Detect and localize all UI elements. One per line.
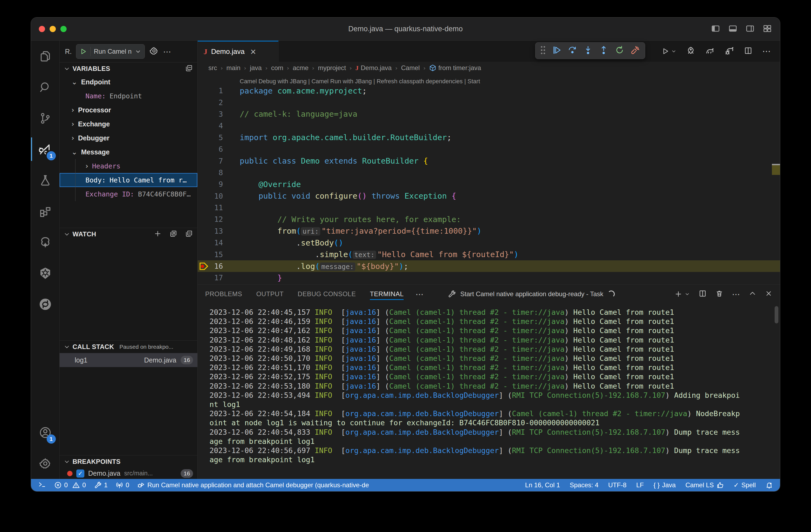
code-line[interactable]: 13 from(uri:"timer:java?period={{time:10… [198,225,780,237]
terminal-scrollbar[interactable] [775,306,778,324]
variables-tree-item[interactable]: Body:Hello Camel from r… [60,173,197,187]
debug-gear-icon[interactable] [149,46,159,57]
code-line[interactable]: 12 // Write your routes here, for exampl… [198,214,780,225]
line-number[interactable]: 4 [198,122,240,130]
breadcrumb-item[interactable]: Camel [401,64,420,72]
code-line[interactable]: 17 } [198,272,780,283]
maximize-panel-icon[interactable] [749,290,756,298]
step-out-icon[interactable] [599,45,609,56]
code-editor[interactable]: Camel Debug with JBang | Camel Run with … [198,74,780,284]
running-task[interactable]: Start Camel native application debug-rea… [448,290,615,298]
settings-gear-icon[interactable] [31,448,60,479]
restart-icon[interactable] [615,45,624,56]
disconnect-icon[interactable] [630,45,640,56]
language-mode[interactable]: { } Java [654,481,676,489]
line-number[interactable]: 2 [198,98,240,107]
tasks-status[interactable]: 1 [94,481,108,489]
accounts-icon[interactable]: 1 [31,417,60,448]
line-number[interactable]: 12 [198,215,240,223]
encoding-setting[interactable]: UTF-8 [608,481,627,489]
cursor-position[interactable]: Ln 16, Col 1 [525,481,560,489]
notifications-bell-icon[interactable] [765,481,773,489]
problems-status[interactable]: 0 0 [54,481,86,489]
code-line[interactable]: 8 [198,167,780,178]
code-line[interactable]: 1package com.acme.myproject; [198,85,780,96]
indentation-setting[interactable]: Spaces: 4 [570,481,599,489]
variables-tree-item[interactable]: ›Headers [60,159,197,173]
variables-tree-item[interactable]: ›Debugger [60,131,197,145]
line-number[interactable]: 15 [198,250,240,259]
tab-demo-java[interactable]: J Demo.java × [198,41,278,62]
toggle-secondary-sidebar-icon[interactable] [746,24,755,34]
variables-tree-item[interactable]: ⌄Message [60,145,197,159]
line-number[interactable]: 9 [198,180,240,188]
customize-layout-icon[interactable] [763,24,772,34]
explorer-icon[interactable] [31,41,60,72]
code-line[interactable]: 5import org.apache.camel.builder.RouteBu… [198,132,780,143]
ports-status[interactable]: 0 [116,481,129,489]
run-configuration-dropdown[interactable]: Run Camel n [76,44,145,59]
extensions-icon[interactable] [31,195,60,226]
breadcrumb-item[interactable]: JDemo.java [355,64,392,72]
breadcrumb-item[interactable]: src [209,64,217,72]
line-number[interactable]: 3 [198,110,240,118]
sidebar-more-actions-icon[interactable]: ⋯ [163,47,171,56]
terminal-output[interactable]: 2023-12-06 22:40:45,157 INFO [java:16] (… [198,303,780,479]
continue-icon[interactable] [552,45,561,56]
toggle-panel-icon[interactable] [728,24,737,34]
breakpoint-checkbox[interactable]: ✓ [76,469,85,478]
camel-run-icon[interactable] [705,46,715,57]
breadcrumb-item[interactable]: java [250,64,262,72]
breadcrumb-item[interactable]: from timer:java [429,64,481,72]
line-number[interactable]: 10 [198,192,240,200]
panel-tab-terminal[interactable]: TERMINAL [370,286,403,301]
step-into-icon[interactable] [583,45,593,56]
line-number[interactable]: 13 [198,227,240,235]
search-icon[interactable] [31,72,60,103]
code-line[interactable]: 2 [198,96,780,108]
project-tree-icon[interactable] [31,226,60,257]
line-number[interactable]: 5 [198,134,240,142]
code-line[interactable]: 3// camel-k: language=java [198,108,780,120]
variables-header[interactable]: VARIABLES [60,63,197,75]
split-terminal-icon[interactable] [699,290,707,299]
code-line[interactable]: 4 [198,120,780,131]
collapse-all-icon[interactable] [185,230,193,239]
toolbar-drag-handle[interactable] [540,46,546,56]
panel-tab-problems[interactable]: PROBLEMS [205,286,242,301]
editor-more-actions-icon[interactable]: ⋯ [762,46,771,56]
remote-indicator[interactable] [38,481,46,489]
variables-tree-item[interactable]: ⌄Endpoint [60,75,197,89]
source-control-icon[interactable] [31,103,60,134]
code-line[interactable]: 7public class Demo extends RouteBuilder … [198,155,780,167]
line-number[interactable]: 6 [198,145,240,153]
eol-setting[interactable]: LF [636,481,644,489]
step-over-icon[interactable] [568,45,577,56]
camel-debug-icon[interactable] [724,46,734,57]
code-line[interactable]: 9 @Override [198,178,780,190]
breakpoint-row[interactable]: ✓ Demo.java src/main... 16 [60,468,197,479]
code-line[interactable]: 11 [198,202,780,214]
line-number[interactable]: 11 [198,203,240,212]
debug-session-status[interactable]: Run Camel native application and attach … [137,481,369,489]
close-tab-icon[interactable]: × [250,47,256,56]
line-number[interactable]: 1 [198,87,240,95]
testing-icon[interactable] [31,165,60,195]
split-editor-icon[interactable] [744,46,752,56]
add-expression-icon[interactable] [154,230,162,239]
breadcrumb-item[interactable]: acme [293,64,309,72]
variables-tree-item[interactable]: ›Processor [60,103,197,117]
breakpoints-header[interactable]: BREAKPOINTS [60,455,197,468]
breadcrumb[interactable]: src›main›java›com›acme›myproject›JDemo.j… [198,62,780,74]
code-line[interactable]: 16 .log(message:"${body}"); [198,260,780,272]
collapse-all-icon[interactable] [185,64,193,73]
line-number[interactable]: 14 [198,238,240,247]
breadcrumb-item[interactable]: com [271,64,284,72]
kill-terminal-icon[interactable] [715,290,723,299]
breadcrumb-item[interactable]: myproject [318,64,346,72]
panel-more-tabs-icon[interactable]: ⋯ [415,290,424,299]
new-terminal-icon[interactable] [674,290,690,298]
line-number[interactable]: 17 [198,273,240,282]
spell-checker-status[interactable]: ✓ Spell [734,481,756,489]
variables-tree-item[interactable]: ›Exchange [60,117,197,131]
